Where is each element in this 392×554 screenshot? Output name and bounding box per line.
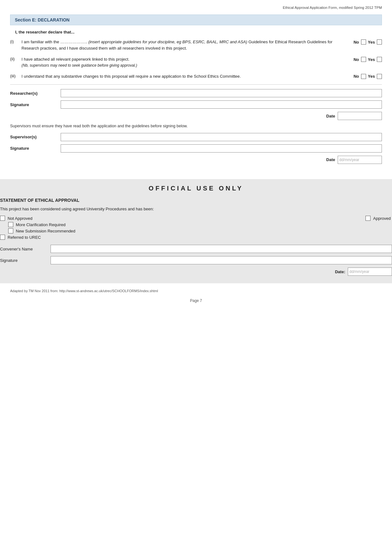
supervisor-label: Supervisor(s) [10,135,61,139]
convener-section: Convener's Name Signature Date: dd/mm/ye… [0,245,392,276]
convener-sig-input[interactable] [51,256,392,264]
statement-desc: This project has been considered using a… [0,206,392,212]
supervisor-row: Supervisor(s) [10,133,382,141]
option-not-approved-label: Not Approved [8,216,33,221]
page-header: Ethical Approval Application Form, modif… [0,0,392,11]
approval-left: Not Approved More Clarification Required… [0,216,75,240]
decl-noyes-i: No Yes [344,39,382,45]
declaration-item-ii: (ii) I have attached all relevant paperw… [10,56,382,68]
statement-title: STATEMENT OF ETHICAL APPROVAL [0,198,392,203]
decl-text-ii: I have attached all relevant paperwork l… [21,56,341,68]
official-title: OFFICIAL USE ONLY [0,185,392,192]
main-content: Section E: DECLARATION I, the researcher… [0,11,392,173]
supervisor-date-row: Date dd/mm/year [10,156,382,164]
checkbox-referred[interactable] [0,235,5,240]
option-not-approved: Not Approved [0,216,75,221]
supervisor-sig-input[interactable] [61,144,382,153]
convener-name-row: Convener's Name [0,245,392,253]
researcher-label: Researcher(s) [10,91,61,96]
decl-text-i: I am familiar with the ……………….. (insert … [21,39,341,51]
option-new-submission: New Submission Recommended [8,228,75,233]
decl-noyes-iii: No Yes [344,73,382,79]
section-e-header: Section E: DECLARATION [10,15,382,25]
signature-row: Signature [10,100,382,109]
checkbox-yes-i[interactable] [377,39,382,45]
supervisor-signature-row: Signature [10,144,382,153]
decl-num-i: (i) [10,39,19,44]
convener-date-label: Date: [335,269,345,274]
checkbox-no-i[interactable] [361,39,366,45]
supervisors-note: Supervisors must ensure they have read b… [10,123,382,129]
convener-name-label: Convener's Name [0,247,51,251]
supervisor-input[interactable] [61,133,382,141]
supervisor-date-label: Date [326,157,335,162]
convener-date-input[interactable]: dd/mm/year [348,268,392,276]
declaration-item-iii: (iii) I understand that any substantive … [10,73,382,80]
checkbox-approved[interactable] [365,216,371,221]
option-more-clarification: More Clarification Required [8,222,75,227]
date-row: Date [10,112,382,120]
convener-name-input[interactable] [51,245,392,253]
checkbox-yes-iii[interactable] [377,74,382,79]
official-section: OFFICIAL USE ONLY STATEMENT OF ETHICAL A… [0,179,392,284]
option-approved-label: Approved [373,216,391,221]
option-referred-label: Referred to UREC [8,235,41,240]
declaration-item-i: (i) I am familiar with the ……………….. (ins… [10,39,382,51]
signature-label: Signature [10,102,61,107]
convener-sig-row: Signature [0,256,392,264]
approval-options-row: Not Approved More Clarification Required… [0,216,392,240]
checkbox-no-ii[interactable] [361,57,366,62]
date-label: Date [326,114,335,118]
researcher-declare-subtitle: I, the researcher declare that... [15,30,382,34]
page-number: Page 7 [0,298,392,308]
decl-num-ii: (ii) [10,56,19,61]
convener-date-row: Date: dd/mm/year [0,268,392,276]
approval-right: Approved [365,216,392,221]
footer-note: Adapted by TM Nov 2011 from: http://www.… [0,289,392,293]
checkbox-new-submission[interactable] [8,228,13,233]
convener-sig-label: Signature [0,258,51,263]
researcher-input[interactable] [61,89,382,97]
signature-input[interactable] [61,100,382,109]
researcher-row: Researcher(s) [10,89,382,97]
decl-noyes-ii: No Yes [344,56,382,62]
checkbox-not-approved[interactable] [0,216,5,221]
option-more-clarification-label: More Clarification Required [16,222,66,227]
supervisor-sig-label: Signature [10,146,61,151]
decl-text-iii: I understand that any substantive change… [21,73,341,80]
checkbox-no-iii[interactable] [361,74,366,79]
option-new-submission-label: New Submission Recommended [16,229,75,233]
supervisor-date-input[interactable]: dd/mm/year [338,156,382,164]
header-title: Ethical Approval Application Form, modif… [283,6,382,9]
checkbox-yes-ii[interactable] [377,57,382,62]
checkbox-more-clarification[interactable] [8,222,13,227]
divider-1 [10,84,382,85]
option-referred: Referred to UREC [0,235,75,240]
decl-num-iii: (iii) [10,73,19,78]
date-input[interactable] [338,112,382,120]
